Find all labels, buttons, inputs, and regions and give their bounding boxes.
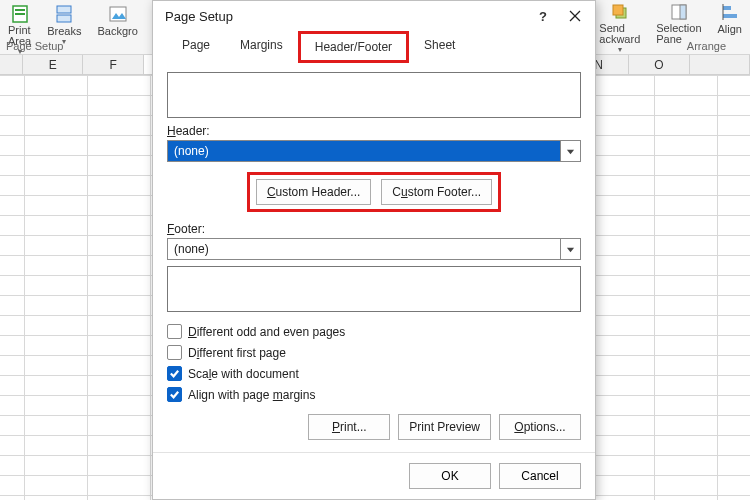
- col-header[interactable]: F: [83, 55, 143, 74]
- checkbox-icon: [167, 324, 182, 339]
- svg-rect-8: [613, 5, 623, 15]
- svg-rect-3: [57, 6, 71, 13]
- chevron-down-icon[interactable]: [560, 239, 580, 259]
- svg-rect-12: [723, 14, 737, 18]
- check-align-margins[interactable]: Align with page margins: [167, 387, 581, 402]
- svg-marker-16: [567, 149, 574, 154]
- dialog-footer: OK Cancel: [153, 452, 595, 499]
- svg-rect-11: [723, 6, 731, 10]
- titlebar: Page Setup ?: [153, 1, 595, 31]
- custom-buttons-highlight: Custom Header... Custom Footer...: [247, 172, 501, 212]
- send-backward-label: Send ackward: [599, 23, 640, 45]
- checkbox-icon: [167, 366, 182, 381]
- print-button[interactable]: Print...: [308, 414, 390, 440]
- selection-pane-icon: [669, 2, 689, 22]
- help-button[interactable]: ?: [527, 2, 559, 30]
- close-icon: [569, 10, 581, 22]
- background-icon: [108, 4, 128, 24]
- col-header[interactable]: E: [23, 55, 83, 74]
- footer-preview: [167, 266, 581, 312]
- options-button[interactable]: Options...: [499, 414, 581, 440]
- ok-button[interactable]: OK: [409, 463, 491, 489]
- checkbox-icon: [167, 345, 182, 360]
- header-select[interactable]: (none): [167, 140, 581, 162]
- cancel-button[interactable]: Cancel: [499, 463, 581, 489]
- dialog-title: Page Setup: [165, 9, 233, 24]
- footer-select-value: (none): [168, 239, 560, 259]
- checkbox-icon: [167, 387, 182, 402]
- check-scale[interactable]: Scale with document: [167, 366, 581, 381]
- tab-strip: Page Margins Header/Footer Sheet: [153, 31, 595, 64]
- tab-sheet[interactable]: Sheet: [409, 31, 470, 63]
- footer-select[interactable]: (none): [167, 238, 581, 260]
- svg-marker-17: [567, 247, 574, 252]
- ribbon-group-arrange: Arrange: [681, 40, 732, 54]
- svg-rect-2: [15, 13, 25, 15]
- chevron-down-icon: ▾: [618, 45, 622, 54]
- col-header[interactable]: [690, 55, 750, 74]
- background-label: Backgro: [98, 25, 138, 37]
- footer-label: Footer:: [167, 222, 581, 236]
- tab-header-footer[interactable]: Header/Footer: [298, 31, 409, 63]
- header-label: Header:: [167, 124, 581, 138]
- svg-rect-1: [15, 9, 25, 11]
- chevron-down-icon[interactable]: [560, 141, 580, 161]
- ribbon-group-page-setup: Page Setup: [0, 40, 70, 54]
- send-backward-button[interactable]: Send ackward ▾: [591, 0, 648, 54]
- tab-page[interactable]: Page: [167, 31, 225, 63]
- tab-margins[interactable]: Margins: [225, 31, 298, 63]
- send-backward-icon: [610, 2, 630, 22]
- svg-rect-4: [57, 15, 71, 22]
- col-header[interactable]: [0, 55, 23, 74]
- custom-footer-button[interactable]: Custom Footer...: [381, 179, 492, 205]
- breaks-icon: [54, 4, 74, 24]
- svg-rect-10: [680, 5, 686, 19]
- custom-header-button[interactable]: Custom Header...: [256, 179, 371, 205]
- background-button[interactable]: Backgro: [90, 2, 146, 37]
- close-button[interactable]: [559, 2, 591, 30]
- header-select-value: (none): [168, 141, 560, 161]
- header-preview: [167, 72, 581, 118]
- print-preview-button[interactable]: Print Preview: [398, 414, 491, 440]
- check-diff-first[interactable]: Different first page: [167, 345, 581, 360]
- page-setup-dialog: Page Setup ? Page Margins Header/Footer …: [152, 0, 596, 500]
- col-header[interactable]: O: [629, 55, 689, 74]
- breaks-label: Breaks: [47, 25, 81, 37]
- print-area-icon: [10, 4, 30, 24]
- check-diff-odd-even[interactable]: Different odd and even pages: [167, 324, 581, 339]
- align-icon: [720, 2, 740, 22]
- align-label: Align: [718, 23, 742, 35]
